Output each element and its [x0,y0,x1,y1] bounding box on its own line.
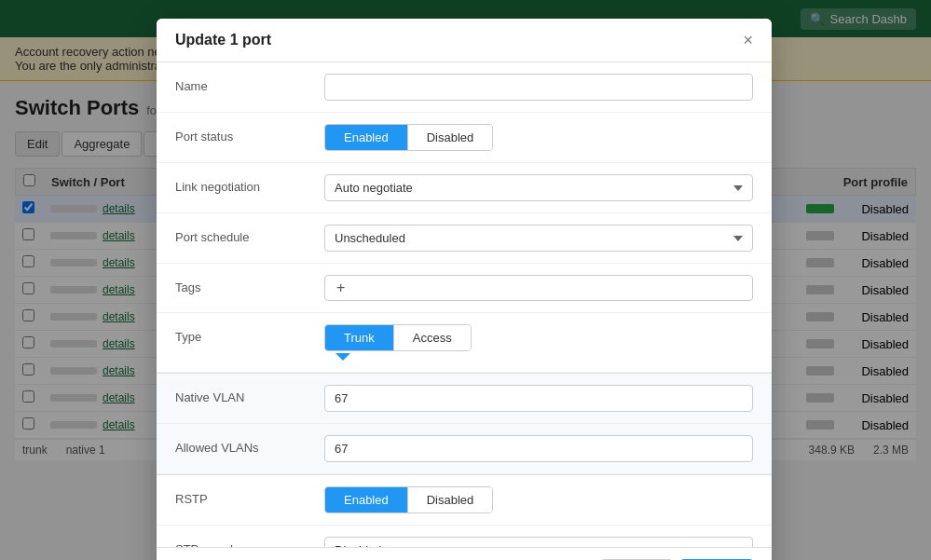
type-control: Trunk Access [324,324,753,361]
type-label: Type [175,324,324,344]
name-label: Name [175,74,324,93]
rstp-row: RSTP Enabled Disabled [157,475,772,526]
tags-control: + [324,275,753,301]
stp-guard-control: DisabledRoot guardBPDU guardLoop guard [324,537,753,547]
native-vlan-input[interactable] [324,385,753,412]
native-vlan-label: Native VLAN [175,385,324,404]
port-schedule-label: Port schedule [175,225,324,244]
native-vlan-row: Native VLAN [157,374,772,424]
name-control [324,74,753,101]
stp-guard-select[interactable]: DisabledRoot guardBPDU guardLoop guard [324,537,753,547]
stp-guard-row: STP guard DisabledRoot guardBPDU guardLo… [157,526,772,547]
type-access-button[interactable]: Access [394,325,471,350]
link-negotiation-row: Link negotiation Auto negotiateManual [157,163,772,213]
update-port-modal: Update 1 port × Name Port status Enabled… [157,19,772,560]
rstp-control: Enabled Disabled [324,486,753,513]
allowed-vlans-control [324,435,753,462]
rstp-enabled-button[interactable]: Enabled [325,487,408,512]
port-status-control: Enabled Disabled [324,124,753,151]
rstp-disabled-button[interactable]: Disabled [408,487,493,512]
port-status-enabled-button[interactable]: Enabled [325,125,408,150]
modal-body: Name Port status Enabled Disabled Link n… [157,62,772,547]
link-negotiation-control: Auto negotiateManual [324,174,753,201]
type-row: Type Trunk Access [157,313,772,373]
type-toggle-wrap: Trunk Access [324,324,472,361]
modal-close-button[interactable]: × [743,32,753,48]
allowed-vlans-input[interactable] [324,435,753,462]
tags-row: Tags + [157,264,772,313]
tags-input-wrap: + [324,275,753,301]
rstp-toggle: Enabled Disabled [324,486,493,513]
modal-footer: Cancel Update [157,547,772,560]
modal-header: Update 1 port × [157,19,772,62]
name-input[interactable] [324,74,753,101]
allowed-vlans-row: Allowed VLANs [157,424,772,474]
port-schedule-select[interactable]: Unscheduled [324,225,753,252]
port-schedule-control: Unscheduled [324,225,753,252]
port-status-disabled-button[interactable]: Disabled [408,125,493,150]
vlan-section: Native VLAN Allowed VLANs [157,373,772,475]
port-schedule-row: Port schedule Unscheduled [157,213,772,264]
type-arrow [335,353,350,361]
stp-guard-label: STP guard [175,537,324,547]
link-negotiation-label: Link negotiation [175,174,324,194]
port-status-row: Port status Enabled Disabled [157,113,772,163]
type-trunk-button[interactable]: Trunk [325,325,394,350]
port-status-label: Port status [175,124,324,143]
modal-title: Update 1 port [175,32,271,48]
port-status-toggle: Enabled Disabled [324,124,493,151]
allowed-vlans-label: Allowed VLANs [175,435,324,455]
type-toggle: Trunk Access [324,324,472,351]
tags-add-button[interactable]: + [333,280,349,296]
native-vlan-control [324,385,753,412]
name-row: Name [157,62,772,113]
tags-label: Tags [175,275,324,294]
rstp-label: RSTP [175,486,324,506]
link-negotiation-select[interactable]: Auto negotiateManual [324,174,753,201]
